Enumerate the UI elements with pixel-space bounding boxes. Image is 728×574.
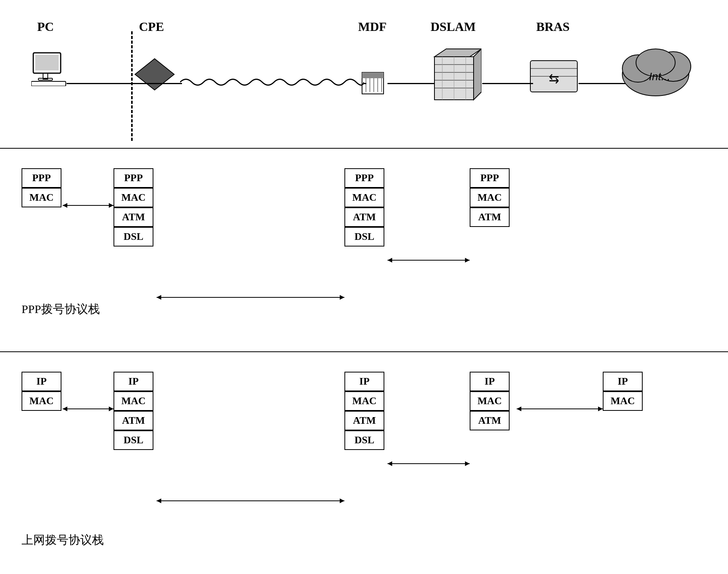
cpe-mac-layer: MAC	[114, 188, 153, 207]
dashed-separator	[131, 31, 133, 141]
ip-section-label: 上网拨号协议栈	[22, 532, 104, 548]
cpe-ip-stack: IP MAC ATM DSL	[114, 372, 153, 450]
svg-text:Int...: Int...	[649, 70, 670, 83]
dslam-ip-stack: IP MAC ATM DSL	[344, 372, 384, 450]
svg-marker-33	[109, 203, 114, 208]
network-topology: PC CPE	[0, 0, 728, 149]
svg-rect-4	[31, 81, 66, 86]
svg-marker-39	[465, 258, 470, 263]
pc-mac-layer2: MAC	[22, 391, 61, 411]
svg-rect-7	[362, 72, 384, 78]
svg-marker-42	[109, 407, 114, 411]
cpe-atm-layer: ATM	[114, 207, 153, 227]
inet-ip-layer: IP	[603, 372, 643, 391]
pc-label: PC	[37, 20, 54, 34]
cpe-left-line	[178, 83, 182, 84]
mdf-dslam-line	[387, 83, 434, 84]
dslam-mac-layer: MAC	[344, 188, 384, 207]
dslam-mac-layer2: MAC	[344, 391, 384, 411]
internet-cloud: Int...	[618, 39, 693, 99]
ppp-section: PPP MAC PPP MAC ATM DSL PPP MAC ATM DSL …	[0, 149, 728, 352]
svg-marker-46	[157, 498, 161, 503]
cpe-right-line	[363, 83, 366, 84]
bras-cloud-line	[578, 83, 625, 84]
bras-ppp-stack: PPP MAC ATM	[470, 168, 510, 227]
cpe-ppp-layer: PPP	[114, 168, 153, 188]
bras-mac-layer: MAC	[470, 188, 510, 207]
pc-mac-layer: MAC	[22, 188, 61, 207]
bras-ppp-layer: PPP	[470, 168, 510, 188]
network-diagram: PC CPE	[16, 8, 712, 140]
bras-ip-layer: IP	[470, 372, 510, 391]
dslam-dsl-layer: DSL	[344, 227, 384, 247]
pc-ip-layer: IP	[22, 372, 61, 391]
dslam-bras-line	[482, 83, 533, 84]
svg-marker-48	[465, 461, 470, 466]
mdf-device	[360, 65, 387, 97]
svg-marker-15	[474, 49, 481, 100]
cpe-atm-layer2: ATM	[114, 411, 153, 430]
svg-marker-49	[387, 461, 392, 466]
cpe-dsl-layer2: DSL	[114, 430, 153, 450]
svg-marker-5	[135, 59, 174, 90]
pc-cpe-line	[67, 83, 180, 84]
cpe-mac-layer2: MAC	[114, 391, 153, 411]
pc-device	[31, 51, 67, 88]
cpe-label: CPE	[139, 20, 164, 34]
ip-section: IP MAC IP MAC ATM DSL IP MAC ATM DSL IP …	[0, 352, 728, 571]
inet-mac-layer: MAC	[603, 391, 643, 411]
cpe-ppp-stack: PPP MAC ATM DSL	[114, 168, 153, 247]
svg-marker-40	[387, 258, 392, 263]
bras-mac-layer2: MAC	[470, 391, 510, 411]
cpe-device	[133, 57, 176, 94]
pc-ppp-layer: PPP	[22, 168, 61, 188]
pc-ip-stack: IP MAC	[22, 372, 61, 411]
svg-text:⇆: ⇆	[549, 72, 559, 86]
bras-ip-stack: IP MAC ATM	[470, 372, 510, 430]
svg-marker-36	[340, 295, 344, 300]
svg-marker-51	[598, 407, 603, 411]
svg-marker-43	[63, 407, 67, 411]
mdf-label: MDF	[358, 20, 387, 34]
internet-ip-stack: IP MAC	[603, 372, 643, 411]
cpe-dsl-layer: DSL	[114, 227, 153, 247]
bras-label: BRAS	[536, 20, 569, 34]
dslam-label: DSLAM	[431, 20, 476, 34]
dslam-atm-layer2: ATM	[344, 411, 384, 430]
svg-marker-34	[63, 203, 67, 208]
bras-device: ⇆	[528, 55, 579, 99]
svg-marker-37	[157, 295, 161, 300]
dslam-ppp-layer: PPP	[344, 168, 384, 188]
cpe-ip-layer: IP	[114, 372, 153, 391]
bras-atm-layer2: ATM	[470, 411, 510, 430]
ppp-section-label: PPP拨号协议栈	[22, 301, 100, 317]
dslam-device	[431, 47, 481, 103]
pc-ppp-stack: PPP MAC	[22, 168, 61, 207]
svg-rect-1	[35, 55, 59, 70]
svg-marker-52	[517, 407, 521, 411]
svg-marker-45	[340, 498, 344, 503]
dslam-atm-layer: ATM	[344, 207, 384, 227]
bras-atm-layer: ATM	[470, 207, 510, 227]
dslam-dsl-layer2: DSL	[344, 430, 384, 450]
dslam-ip-layer: IP	[344, 372, 384, 391]
dslam-ppp-stack: PPP MAC ATM DSL	[344, 168, 384, 247]
coil-wire	[180, 74, 364, 90]
